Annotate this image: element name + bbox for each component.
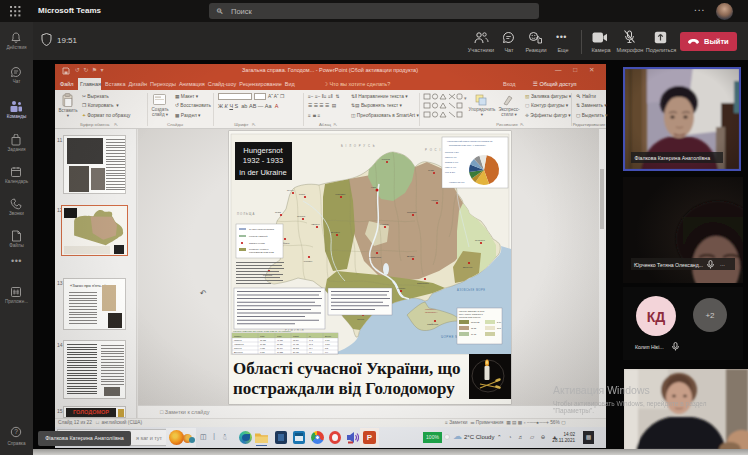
svg-text:18 733: 18 733 (260, 339, 266, 341)
svg-text:Кількість померлих на 1000: Кількість померлих на 1000 (459, 310, 485, 312)
svg-text:Харківська: Харківська (234, 343, 244, 345)
svg-text:понад 25: понад 25 (471, 321, 480, 323)
svg-text:Луцьк: Луцьк (287, 189, 294, 192)
svg-text:1932 - 1933: 1932 - 1933 (243, 156, 284, 165)
svg-text:КД: КД (647, 309, 666, 325)
svg-text:Вінниця: Вінниця (331, 231, 340, 234)
svg-text:Hungersnot: Hungersnot (243, 146, 283, 155)
svg-text:16 211: 16 211 (260, 343, 266, 345)
svg-text:Кіровоград: Кіровоград (369, 256, 382, 259)
svg-text:Кількість померлих від голоду: Кількість померлих від голоду 1932-1933 … (233, 330, 292, 332)
svg-text:?: ? (14, 428, 18, 435)
svg-text:Хмельн.: Хмельн. (311, 223, 320, 226)
svg-text:Дніпро: Дніпро (407, 255, 415, 258)
svg-text:Харків: Харків (431, 199, 439, 202)
svg-text:1 216: 1 216 (325, 343, 330, 345)
svg-text:+2: +2 (705, 311, 715, 320)
svg-text:7 115: 7 115 (260, 351, 265, 353)
svg-text:1933: 1933 (277, 335, 281, 337)
svg-text:переписом 1926 року (у відсотк: переписом 1926 року (у відсотках) (449, 144, 486, 146)
svg-text:15-25: 15-25 (471, 327, 477, 329)
svg-text:АЗОВСЬКЕ МОРЕ: АЗОВСЬКЕ МОРЕ (457, 288, 486, 292)
svg-text:голодомором 1932-1933: голодомором 1932-1933 (249, 251, 274, 253)
svg-text:Обласні центри: Обласні центри (249, 242, 266, 244)
svg-text:Область: Область (234, 335, 241, 337)
svg-text:Національний склад населення У: Національний склад населення України за (447, 140, 493, 142)
svg-text:середнім 1927-1930 рр.: середнім 1927-1930 рр. (459, 316, 481, 318)
svg-text:644: 644 (325, 351, 328, 353)
svg-text:Чернівці: Чернівці (303, 260, 313, 263)
svg-text:Київська: Київська (234, 339, 242, 341)
svg-text:Донецьк: Донецьк (463, 266, 473, 269)
svg-text:КРИМСЬКА: КРИМСЬКА (425, 308, 437, 310)
svg-text:Черкаси: Черкаси (379, 223, 389, 226)
svg-text:Одеська: Одеська (234, 347, 242, 349)
svg-text:Кордони областей: Кордони областей (249, 235, 268, 237)
svg-text:Б І Л О Р У С Ь: Б І Л О Р У С Ь (341, 144, 376, 148)
svg-text:842: 842 (325, 347, 328, 349)
svg-text:in der Ukraine: in der Ukraine (239, 168, 286, 177)
svg-text:ПОЛЬЩА: ПОЛЬЩА (237, 212, 255, 216)
svg-text:Терноп.: Терноп. (297, 215, 306, 218)
svg-text:Київ: Київ (371, 186, 376, 189)
svg-text:Фіалкова Катерина Анатоліївна: Фіалкова Катерина Анатоліївна (635, 155, 711, 161)
svg-text:Всього: Всього (325, 335, 331, 337)
svg-text:Сімфероп.: Сімфероп. (427, 323, 439, 326)
svg-text:Житомир: Житомир (335, 193, 346, 196)
svg-text:19 822: 19 822 (277, 351, 283, 353)
svg-text:10-15: 10-15 (471, 333, 477, 335)
svg-text:осіб у 1933 р. порівняно з: осіб у 1933 р. порівняно з (459, 313, 483, 315)
svg-text:Суми: Суми (428, 169, 435, 172)
svg-text:Чернігів: Чернігів (381, 158, 391, 161)
svg-text:Рівне: Рівне (299, 193, 306, 196)
svg-text:Області сучасної України, що: Області сучасної України, що (233, 359, 460, 378)
svg-text:Херсон: Херсон (397, 287, 406, 290)
svg-text:47 081: 47 081 (277, 339, 283, 341)
svg-text:Донецька: Донецька (234, 351, 243, 353)
svg-text:1932: 1932 (260, 335, 264, 337)
svg-text:Колип Нікі...: Колип Нікі... (635, 344, 664, 350)
svg-text:Сучасні кордони України: Сучасні кордони України (249, 228, 275, 230)
svg-text:Запоріжжя: Запоріжжя (417, 282, 429, 285)
svg-text:Юрченко Тетяна Олександ...: Юрченко Тетяна Олександ... (634, 262, 703, 268)
svg-text:1 110: 1 110 (325, 339, 330, 341)
svg-text:26 104: 26 104 (277, 347, 283, 349)
svg-text:51 220: 51 220 (277, 343, 283, 345)
svg-text:9 158: 9 158 (260, 347, 265, 349)
svg-text:Львів: Львів (275, 211, 282, 214)
svg-text:...: ... (720, 261, 725, 267)
svg-text:26 937: 26 937 (293, 351, 299, 353)
svg-text:Полтава: Полтава (407, 211, 417, 214)
svg-text:67 431: 67 431 (293, 343, 299, 345)
svg-text:РЕСПУБЛІКА: РЕСПУБЛІКА (425, 311, 438, 313)
svg-text:Разом: Разом (293, 335, 299, 337)
svg-text:постраждали від Голодомору: постраждали від Голодомору (233, 379, 455, 398)
svg-text:65 814: 65 814 (293, 339, 299, 341)
svg-text:Луганськ: Луганськ (475, 239, 486, 242)
svg-text:35 262: 35 262 (293, 347, 299, 349)
svg-text:Одеса: Одеса (357, 318, 365, 321)
